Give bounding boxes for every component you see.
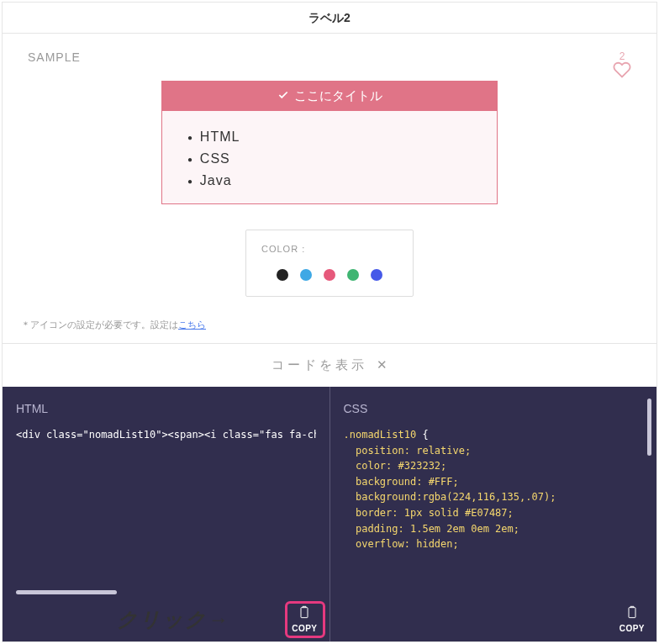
- list-item: Java: [187, 170, 472, 192]
- code-area: HTML <div class="nomadList10"><span><i c…: [3, 387, 656, 641]
- like-button[interactable]: 2: [613, 50, 631, 82]
- color-swatch-indigo[interactable]: [371, 269, 382, 281]
- demo-box: ここにタイトル HTML CSS Java: [161, 81, 498, 204]
- clipboard-icon: [298, 604, 311, 620]
- close-icon: ✕: [377, 357, 387, 372]
- css-panel: CSS .nomadList10 { position: relative; c…: [330, 387, 657, 641]
- demo-title-text: ここにタイトル: [294, 88, 382, 104]
- sample-section: SAMPLE 2 ここにタイトル HTML CSS Java COLOR :: [3, 34, 656, 319]
- list-item: CSS: [187, 148, 472, 170]
- color-swatch-black[interactable]: [277, 269, 288, 281]
- sample-label: SAMPLE: [28, 50, 631, 64]
- footnote-text: ＊アイコンの設定が必要です。設定は: [21, 319, 178, 330]
- color-swatch-green[interactable]: [347, 269, 359, 281]
- svg-rect-1: [629, 608, 635, 618]
- svg-rect-0: [301, 608, 308, 618]
- demo-title: ここにタイトル: [162, 82, 497, 111]
- footnote-link[interactable]: こちら: [178, 319, 206, 330]
- copy-html-button[interactable]: COPY: [292, 604, 317, 633]
- color-label: COLOR :: [261, 244, 398, 254]
- color-swatch-blue[interactable]: [300, 269, 312, 281]
- footnote: ＊アイコンの設定が必要です。設定はこちら: [3, 319, 656, 343]
- clipboard-icon: [625, 604, 639, 620]
- copy-label: COPY: [292, 624, 317, 633]
- css-code[interactable]: .nomadList10 { position: relative; color…: [344, 427, 644, 552]
- color-swatches: [261, 269, 398, 281]
- copy-css-button[interactable]: COPY: [619, 604, 645, 633]
- html-lang-label: HTML: [16, 402, 316, 415]
- check-icon: [277, 89, 289, 103]
- list-item: HTML: [187, 126, 472, 148]
- heart-icon: [613, 67, 631, 82]
- html-code[interactable]: <div class="nomadList10"><span><i class=…: [16, 427, 316, 443]
- code-toggle[interactable]: コードを表示 ✕: [3, 343, 656, 387]
- css-lang-label: CSS: [344, 402, 644, 415]
- horizontal-scrollbar[interactable]: [16, 590, 117, 594]
- color-panel: COLOR :: [245, 230, 414, 297]
- demo-list: HTML CSS Java: [162, 111, 497, 203]
- vertical-scrollbar[interactable]: [647, 399, 651, 456]
- code-toggle-label: コードを表示: [272, 357, 367, 372]
- html-panel: HTML <div class="nomadList10"><span><i c…: [3, 387, 330, 641]
- copy-label: COPY: [619, 624, 645, 633]
- tab-label2[interactable]: ラベル2: [3, 3, 656, 34]
- color-swatch-pink[interactable]: [324, 269, 335, 281]
